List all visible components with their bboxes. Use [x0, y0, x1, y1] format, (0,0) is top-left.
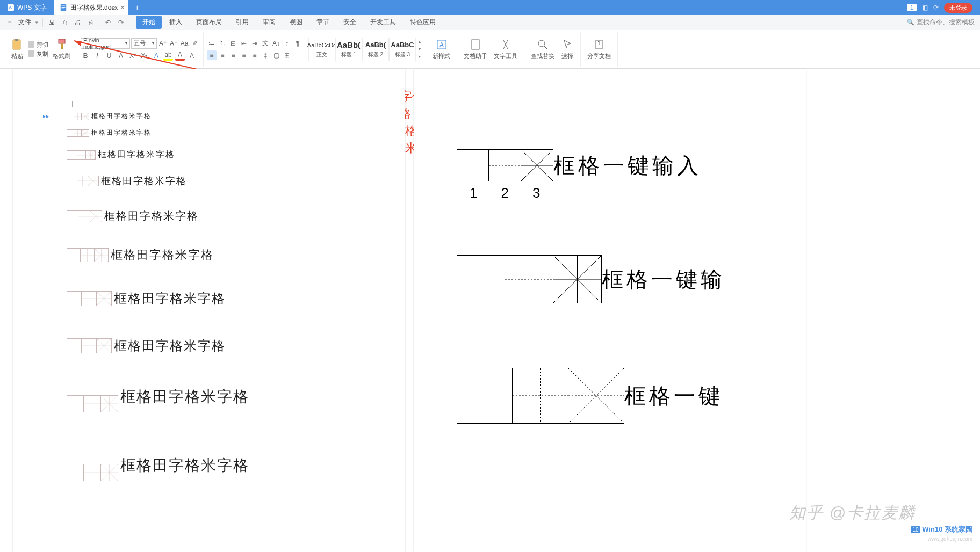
tab-section[interactable]: 章节	[310, 16, 336, 29]
decrease-font-icon[interactable]: A⁻	[169, 39, 178, 48]
grid-triplet	[67, 464, 118, 481]
clear-format-icon[interactable]: ✐	[190, 39, 200, 48]
grid-numbers: 123	[470, 185, 774, 201]
select-button[interactable]: 选择	[559, 37, 576, 61]
style-h1[interactable]: AaBb(标题 1	[335, 38, 362, 61]
search-icon	[536, 38, 549, 51]
tab-devtools[interactable]: 开发工具	[364, 16, 402, 29]
shading-icon[interactable]: ▢	[271, 50, 281, 60]
page-right[interactable]: 框格一键输入 123 框格一键输 框格一键	[414, 69, 806, 552]
style-gallery: AaBbCcDd正文 AaBb(标题 1 AaBb(标题 2 AaBbC标题 3…	[308, 38, 423, 61]
doc-helper-button[interactable]: 文档助手	[462, 37, 489, 61]
close-tab-icon[interactable]: ✕	[120, 4, 125, 11]
row-text: 框格田字格米字格	[104, 209, 199, 223]
char-shading-button[interactable]: A	[187, 51, 197, 61]
text-row: 框格田字格米字格	[67, 209, 373, 223]
grid-triplet	[67, 248, 109, 262]
multilist-icon[interactable]: ⊟	[228, 39, 238, 48]
font-name-input[interactable]: Pinyin noline;god▾	[81, 38, 130, 49]
text-row: 框格田字格米字格	[67, 175, 373, 187]
search-box[interactable]: 查找命令、搜索模板	[907, 18, 975, 27]
hamburger-icon[interactable]: ≡	[5, 18, 14, 27]
document-canvas: 使用Pinyin noline字体， 1、按@，打出框格 2、按#，打出田字格 …	[0, 69, 980, 552]
indent-icon[interactable]: ⇥	[250, 39, 260, 48]
line-spacing-icon[interactable]: ‡	[261, 50, 270, 60]
tab-title: 田字格效果.docx	[70, 3, 118, 12]
brush-icon	[55, 38, 68, 51]
file-menu[interactable]: 文件	[18, 18, 31, 27]
align-left-icon[interactable]: ≡	[207, 50, 217, 60]
outdent-icon[interactable]: ⇤	[239, 39, 249, 48]
text-row: 框格田字格米字格	[67, 455, 373, 490]
new-style-button[interactable]: A新样式	[430, 37, 452, 61]
align-distributed-icon[interactable]: ≡	[250, 50, 260, 60]
settings-icon[interactable]: ⟳	[933, 4, 939, 11]
text-direction-icon[interactable]: 文	[261, 39, 270, 48]
tab-home[interactable]: 开始	[136, 16, 162, 29]
tab-insert[interactable]: 插入	[163, 16, 189, 29]
share-doc-button[interactable]: 分享文档	[585, 37, 613, 61]
text-row: 框格田字格米字格	[67, 387, 373, 421]
para-spacing-icon[interactable]: ↕	[282, 39, 292, 48]
align-right-icon[interactable]: ≡	[228, 50, 238, 60]
cut-button[interactable]: 剪切	[28, 41, 48, 49]
tab-pagelayout[interactable]: 页面布局	[190, 16, 228, 29]
paste-button[interactable]: 粘贴	[9, 37, 26, 61]
bullets-icon[interactable]: ≔	[207, 39, 217, 48]
font-color-button[interactable]: A	[175, 51, 185, 61]
subscript-button[interactable]: X₂	[140, 51, 149, 61]
undo-icon[interactable]: ↶	[104, 18, 112, 27]
ribbon: 粘贴 剪切 复制 格式刷 Pinyin noline;god▾ 五号▾ A⁺ A…	[0, 30, 980, 69]
text-row: 框格田字格米字格	[67, 247, 373, 263]
style-h3[interactable]: AaBbC标题 3	[389, 38, 416, 61]
quick-access-bar: ≡ 文件 ▾ 🖫 ⎙ 🖨 ⎘ ↶ ↷ 开始 插入 页面布局 引用 审阅 视图 章…	[0, 15, 980, 30]
tab-reference[interactable]: 引用	[229, 16, 255, 29]
svg-rect-6	[13, 40, 20, 49]
save-icon[interactable]: 🖫	[47, 18, 56, 27]
tab-view[interactable]: 视图	[283, 16, 309, 29]
increase-font-icon[interactable]: A⁺	[158, 39, 168, 48]
strike-button[interactable]: A	[116, 51, 126, 61]
italic-button[interactable]: I	[92, 51, 102, 61]
align-justify-icon[interactable]: ≡	[239, 50, 249, 60]
new-tab-button[interactable]: +	[128, 3, 146, 12]
change-case-icon[interactable]: Aa	[179, 39, 189, 48]
pin-icon[interactable]: ⊘	[112, 4, 117, 11]
svg-rect-12	[472, 40, 479, 49]
document-tab[interactable]: 田字格效果.docx ⊘ ✕	[54, 0, 129, 15]
login-button[interactable]: 未登录	[944, 3, 972, 13]
text-row: 框格田字格米字格	[67, 290, 373, 307]
win10-logo: 10 Win10 系统家园 www.qdhuajin.com	[911, 525, 972, 542]
print-icon[interactable]: 🖨	[73, 18, 82, 27]
align-center-icon[interactable]: ≡	[218, 50, 227, 60]
row-text: 框格田字格米字格	[120, 455, 249, 476]
grid-triplet	[67, 338, 112, 353]
sort-icon[interactable]: A↓	[271, 39, 281, 48]
grid-triplet	[67, 113, 89, 120]
highlight-button[interactable]: ab	[163, 51, 173, 61]
text-tool-button[interactable]: 文字工具	[492, 37, 520, 61]
print-preview-icon[interactable]: ⎙	[60, 18, 69, 27]
find-replace-button[interactable]: 查找替换	[529, 37, 557, 61]
tab-security[interactable]: 安全	[337, 16, 363, 29]
copy-button[interactable]: 复制	[28, 50, 48, 58]
style-h2[interactable]: AaBb(标题 2	[362, 38, 389, 61]
borders-icon[interactable]: ⊞	[282, 50, 292, 60]
font-effect-button[interactable]: A	[152, 51, 161, 61]
redo-icon[interactable]: ↷	[117, 18, 125, 27]
skin-icon[interactable]: ◧	[922, 4, 928, 11]
superscript-button[interactable]: X²	[128, 51, 138, 61]
numbering-icon[interactable]: ⒈	[218, 39, 227, 48]
showmarks-icon[interactable]: ¶	[293, 39, 302, 48]
tab-review[interactable]: 审阅	[256, 16, 282, 29]
font-size-input[interactable]: 五号▾	[131, 38, 157, 49]
tab-special[interactable]: 特色应用	[403, 16, 442, 29]
style-more[interactable]: ▴▾▾	[416, 38, 423, 61]
underline-button[interactable]: U	[104, 51, 114, 61]
notification-badge[interactable]: 1	[907, 4, 917, 11]
print-direct-icon[interactable]: ⎘	[86, 18, 95, 27]
page-left[interactable]: ▸▸ 框格田字格米字格框格田字格米字格框格田字格米字格框格田字格米字格框格田字格…	[13, 69, 405, 552]
style-normal[interactable]: AaBbCcDd正文	[308, 38, 335, 61]
bold-button[interactable]: B	[81, 51, 90, 61]
format-painter-button[interactable]: 格式刷	[51, 37, 73, 61]
